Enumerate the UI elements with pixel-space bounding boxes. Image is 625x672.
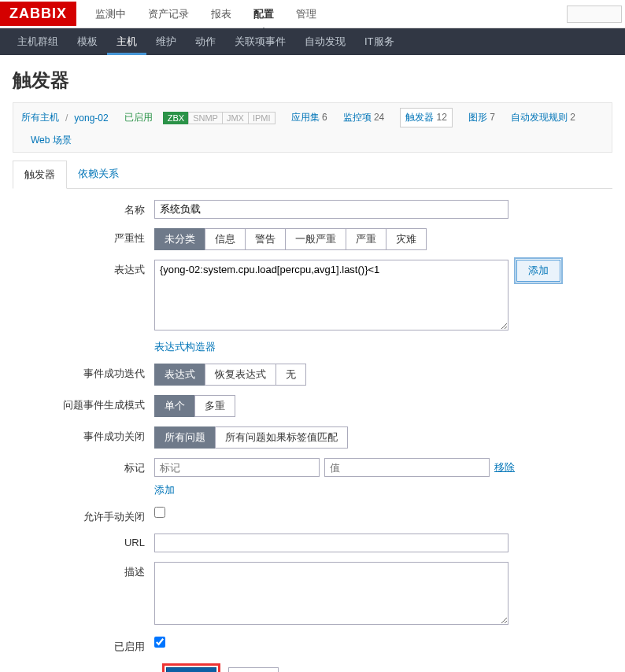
label-enabled: 已启用 <box>13 637 154 654</box>
hostlink-web[interactable]: Web 场景 <box>31 134 72 147</box>
search-input[interactable] <box>567 6 622 23</box>
severity-high[interactable]: 严重 <box>346 228 386 250</box>
breadcrumb-sep: / <box>65 113 68 124</box>
hostlink-applications[interactable]: 应用集 6 <box>291 111 327 124</box>
enabled-checkbox[interactable] <box>154 637 165 648</box>
manual-close-checkbox[interactable] <box>154 507 165 518</box>
eventiter-expression[interactable]: 表达式 <box>154 364 205 386</box>
label-manual-close: 允许手动关闭 <box>13 507 154 524</box>
problemgen-single[interactable]: 单个 <box>154 395 195 417</box>
hostlink-graphs[interactable]: 图形 7 <box>468 111 495 124</box>
badge-jmx: JMX <box>222 112 249 124</box>
highlight-annotation: 添加 <box>162 663 220 672</box>
hostlink-discovery[interactable]: 自动发现规则 2 <box>511 111 575 124</box>
subnav-itservices[interactable]: IT服务 <box>355 28 404 55</box>
severity-warning[interactable]: 警告 <box>245 228 286 250</box>
label-expression: 表达式 <box>13 260 154 277</box>
cancel-button[interactable]: 取消 <box>228 667 279 672</box>
label-severity: 严重性 <box>13 228 154 246</box>
badge-ipmi: IPMI <box>248 112 276 124</box>
hostlink-triggers[interactable]: 触发器 12 <box>400 108 453 127</box>
label-description: 描述 <box>13 562 154 579</box>
subnav-actions[interactable]: 动作 <box>186 28 225 55</box>
url-input[interactable] <box>154 534 509 552</box>
submit-button[interactable]: 添加 <box>166 667 216 672</box>
eventiter-none[interactable]: 无 <box>276 364 306 386</box>
topnav-inventory[interactable]: 资产记录 <box>137 1 200 28</box>
logo: ZABBIX <box>0 2 76 26</box>
subnav-hostgroups[interactable]: 主机群组 <box>8 28 68 55</box>
severity-info[interactable]: 信息 <box>205 228 246 250</box>
badge-snmp: SNMP <box>188 112 223 124</box>
label-event-iteration: 事件成功迭代 <box>13 364 154 381</box>
subnav-correlation[interactable]: 关联项事件 <box>225 28 295 55</box>
name-input[interactable] <box>154 200 509 219</box>
description-input[interactable] <box>154 562 509 625</box>
tab-dependencies[interactable]: 依赖关系 <box>67 161 130 188</box>
topnav-configuration[interactable]: 配置 <box>242 1 285 28</box>
tab-trigger[interactable]: 触发器 <box>13 161 67 189</box>
label-event-close: 事件成功关闭 <box>13 426 154 444</box>
subnav-hosts[interactable]: 主机 <box>107 28 146 55</box>
severity-disaster[interactable]: 灾难 <box>386 228 427 250</box>
breadcrumb-all-hosts[interactable]: 所有主机 <box>21 111 59 124</box>
tag-remove-link[interactable]: 移除 <box>494 460 515 474</box>
problemgen-multiple[interactable]: 多重 <box>194 395 235 417</box>
tag-add-link[interactable]: 添加 <box>154 484 175 496</box>
label-url: URL <box>13 534 154 548</box>
host-status: 已启用 <box>124 111 153 124</box>
expression-add-button[interactable]: 添加 <box>516 260 560 282</box>
label-problem-gen: 问题事件生成模式 <box>13 395 154 412</box>
label-name: 名称 <box>13 200 154 217</box>
eventclose-tagmatch[interactable]: 所有问题如果标签值匹配 <box>215 426 348 449</box>
tag-name-input[interactable] <box>154 458 320 477</box>
eventiter-recovery[interactable]: 恢复表达式 <box>205 364 276 386</box>
tag-value-input[interactable] <box>324 458 490 477</box>
severity-average[interactable]: 一般严重 <box>285 228 346 250</box>
expression-input[interactable]: {yong-02:system.cpu.load[percpu,avg1].la… <box>154 260 509 330</box>
expression-builder-link[interactable]: 表达式构造器 <box>154 341 216 353</box>
host-bar: 所有主机 / yong-02 已启用 ZBXSNMPJMXIPMI 应用集 6 … <box>13 102 612 153</box>
topnav-reports[interactable]: 报表 <box>200 1 242 28</box>
topnav-admin[interactable]: 管理 <box>285 1 327 28</box>
severity-unclassified[interactable]: 未分类 <box>154 228 205 250</box>
label-tags: 标记 <box>13 458 154 475</box>
page-title: 触发器 <box>13 68 612 93</box>
subnav-maintenance[interactable]: 维护 <box>146 28 186 55</box>
subnav-templates[interactable]: 模板 <box>68 28 107 55</box>
badge-zbx: ZBX <box>163 112 189 124</box>
subnav-discovery[interactable]: 自动发现 <box>295 28 355 55</box>
eventclose-all[interactable]: 所有问题 <box>154 426 216 449</box>
topnav-monitoring[interactable]: 监测中 <box>84 1 137 28</box>
breadcrumb-host[interactable]: yong-02 <box>74 113 108 124</box>
hostlink-items[interactable]: 监控项 24 <box>343 111 385 124</box>
